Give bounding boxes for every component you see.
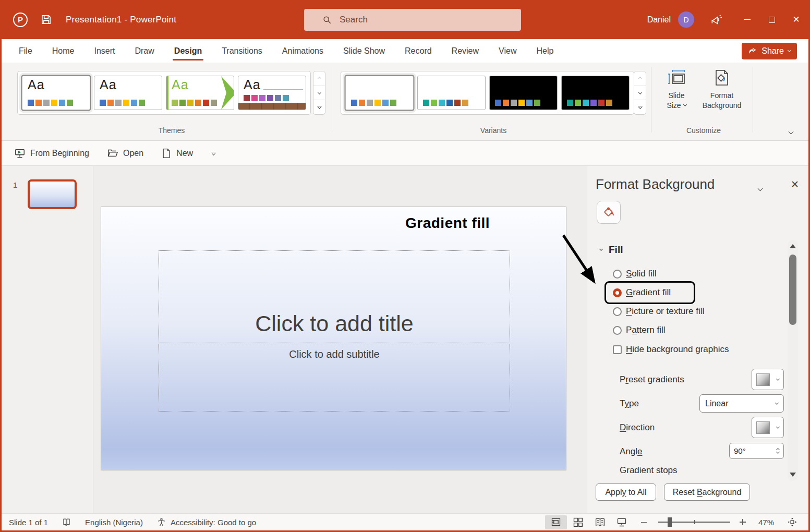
- title-placeholder[interactable]: Click to add title: [159, 250, 510, 343]
- maximize-button[interactable]: [759, 0, 784, 39]
- gradient-stops-label: Gradient stops: [620, 465, 678, 476]
- color-swatch: [244, 95, 250, 101]
- subtitle-placeholder[interactable]: Click to add subtitle: [159, 344, 510, 412]
- slide-canvas[interactable]: Click to add title Click to add subtitle: [101, 207, 566, 470]
- color-swatch: [131, 100, 137, 106]
- normal-view-button[interactable]: [545, 515, 567, 529]
- tab-design[interactable]: Design: [164, 39, 212, 63]
- theme-facet[interactable]: Aa: [166, 76, 234, 110]
- title-bar: P Presentation1 - PowerPoint Daniel D ✕: [2, 0, 808, 39]
- slide-size-label-2: Size: [667, 101, 681, 111]
- from-beginning-button[interactable]: From Beginning: [14, 148, 89, 159]
- share-label: Share: [761, 46, 784, 56]
- hide-background-graphics-checkbox[interactable]: Hide background graphics: [613, 344, 729, 355]
- chevron-down-icon: [776, 425, 780, 428]
- slide-1-thumbnail[interactable]: [28, 179, 77, 209]
- slideshow-view-button[interactable]: [611, 515, 633, 529]
- tab-insert[interactable]: Insert: [84, 39, 125, 63]
- feedback-button[interactable]: [710, 13, 723, 27]
- color-swatch: [283, 95, 289, 101]
- tab-home[interactable]: Home: [42, 39, 84, 63]
- tab-help[interactable]: Help: [526, 39, 563, 63]
- theme-office-current[interactable]: Aa: [22, 76, 90, 110]
- zoom-slider[interactable]: [658, 522, 730, 523]
- fit-slide-button[interactable]: [781, 515, 803, 529]
- scrollbar-thumb[interactable]: [789, 255, 796, 325]
- color-swatch: [446, 100, 453, 106]
- powerpoint-logo-icon[interactable]: P: [13, 13, 28, 27]
- from-beginning-icon: [14, 148, 26, 159]
- pattern-fill-option[interactable]: Pattern fill: [613, 324, 666, 336]
- variant-variant-2[interactable]: [417, 76, 486, 110]
- zoom-level[interactable]: 47%: [753, 518, 774, 527]
- spellcheck-button[interactable]: [62, 517, 71, 527]
- search-box[interactable]: [304, 9, 521, 31]
- variant-variant-4[interactable]: [561, 76, 630, 110]
- tab-review[interactable]: Review: [442, 39, 489, 63]
- themes-more-button[interactable]: [313, 100, 325, 114]
- quickbar-overflow-button[interactable]: [211, 152, 216, 155]
- fill-section-header[interactable]: Fill: [600, 244, 623, 256]
- preset-gradients-dropdown[interactable]: [752, 369, 784, 390]
- slide-sorter-view-button[interactable]: [567, 515, 589, 529]
- color-swatch: [583, 100, 589, 106]
- tab-transitions[interactable]: Transitions: [212, 39, 272, 63]
- spinner-arrows-icon[interactable]: [777, 449, 779, 453]
- theme-aa-label: Aa: [28, 77, 45, 92]
- panel-scrollbar[interactable]: [788, 240, 798, 481]
- zoom-in-button[interactable]: [740, 519, 746, 525]
- avatar[interactable]: D: [678, 11, 694, 28]
- color-swatch: [59, 100, 65, 106]
- open-button[interactable]: Open: [107, 148, 143, 159]
- tab-slide-show[interactable]: Slide Show: [333, 39, 395, 63]
- fill-tab-button[interactable]: [597, 201, 621, 224]
- paint-bucket-icon: [601, 205, 616, 220]
- angle-spinner[interactable]: 90°: [729, 443, 784, 459]
- slide-info[interactable]: Slide 1 of 1: [9, 518, 48, 527]
- color-swatch: [606, 100, 612, 106]
- direction-dropdown[interactable]: [752, 417, 784, 438]
- radio-selected-icon: [613, 288, 622, 297]
- color-swatch: [359, 100, 365, 106]
- theme-gallery[interactable]: Aa: [238, 76, 306, 110]
- themes-scroll-up-button[interactable]: [313, 71, 325, 86]
- tab-animations[interactable]: Animations: [272, 39, 333, 63]
- picture-fill-option[interactable]: Picture or texture fill: [613, 306, 704, 317]
- tab-draw[interactable]: Draw: [125, 39, 164, 63]
- tab-record[interactable]: Record: [395, 39, 442, 63]
- slide-size-button[interactable]: Slide Size: [660, 69, 693, 111]
- variant-variant-3[interactable]: [489, 76, 558, 110]
- zoom-out-button[interactable]: [641, 522, 647, 523]
- format-background-button[interactable]: Format Background: [697, 69, 747, 111]
- variants-more-button[interactable]: [634, 100, 646, 114]
- share-button[interactable]: Share: [742, 43, 797, 59]
- group-separator: [651, 67, 651, 132]
- themes-scroll-down-button[interactable]: [313, 86, 325, 101]
- minimize-button[interactable]: [735, 0, 759, 39]
- save-button[interactable]: [40, 14, 52, 26]
- panel-close-button[interactable]: ✕: [791, 178, 799, 190]
- chevron-down-icon: [683, 103, 687, 106]
- tab-view[interactable]: View: [489, 39, 526, 63]
- tab-file[interactable]: File: [9, 39, 42, 63]
- gradient-fill-option[interactable]: Gradient fill: [613, 287, 671, 298]
- type-dropdown[interactable]: Linear: [699, 394, 784, 413]
- new-button[interactable]: New: [161, 148, 193, 159]
- reading-view-button[interactable]: [589, 515, 611, 529]
- solid-fill-option[interactable]: Solid fill: [613, 268, 657, 280]
- reset-background-button[interactable]: Reset Background: [664, 483, 750, 501]
- variants-scroll-down-button[interactable]: [634, 86, 646, 101]
- color-swatch: [179, 100, 186, 106]
- accessibility-status[interactable]: Accessibility: Good to go: [156, 517, 256, 527]
- variants-scroll-up-button[interactable]: [634, 71, 646, 86]
- theme-office[interactable]: Aa: [94, 76, 162, 110]
- language-status[interactable]: English (Nigeria): [85, 518, 143, 527]
- theme-color-swatches: [495, 100, 540, 106]
- search-input[interactable]: [340, 15, 496, 25]
- apply-to-all-button[interactable]: Apply to All: [596, 483, 656, 501]
- close-button[interactable]: ✕: [784, 0, 808, 39]
- collapse-ribbon-button[interactable]: [789, 126, 793, 136]
- panel-options-button[interactable]: [758, 183, 762, 193]
- variant-variant-1[interactable]: [345, 76, 414, 110]
- zoom-slider-thumb[interactable]: [668, 517, 672, 527]
